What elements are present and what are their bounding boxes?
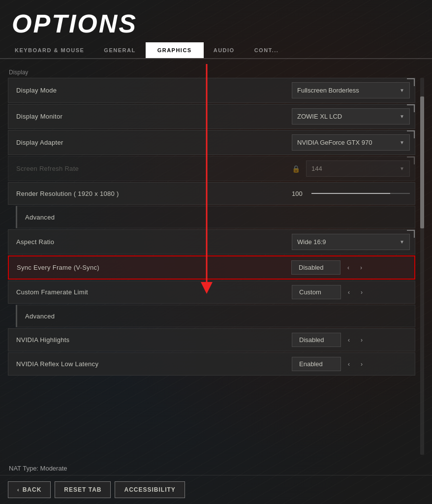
setting-name-render-resolution: Render Resolution ( 1920 x 1080 ) — [8, 184, 287, 203]
dropdown-display-monitor-value: ZOWIE XL LCD — [297, 113, 342, 120]
settings-list: Display Mode Fullscreen Borderless ▼ Dis… — [8, 78, 415, 455]
setting-value-nvidia-highlights: Disabled ‹ › — [287, 329, 415, 351]
dropdown-screen-refresh: 144 ▼ — [306, 160, 410, 177]
dropdown-screen-refresh-value: 144 — [311, 165, 322, 172]
reset-tab-button-label: Reset Tab — [64, 486, 101, 493]
options-page: OPTIONS KEYBOARD & MOUSE GENERAL GRAPHIC… — [0, 0, 432, 504]
dropdown-display-monitor[interactable]: ZOWIE XL LCD ▼ — [292, 108, 410, 125]
dropdown-display-mode[interactable]: Fullscreen Borderless ▼ — [292, 82, 410, 98]
bottom-bar: ‹ Back Reset Tab Accessibility — [0, 475, 432, 504]
corner-deco — [407, 78, 415, 86]
framerate-prev-button[interactable]: ‹ — [344, 287, 354, 297]
dropdown-display-adapter[interactable]: NVIDIA GeForce GTX 970 ▼ — [292, 134, 410, 151]
chevron-down-icon: ▼ — [400, 166, 404, 171]
setting-name-nvidia-reflex: NVIDIA Reflex Low Latency — [8, 354, 287, 374]
chevron-down-icon: ▼ — [400, 239, 404, 245]
setting-row-screen-refresh: Screen Refresh Rate 🔒 144 ▼ — [8, 156, 415, 181]
nvidia-highlights-chevron-control[interactable]: Disabled ‹ › — [292, 333, 367, 347]
vsync-value-box: Disabled — [291, 260, 340, 275]
setting-row-vsync[interactable]: Sync Every Frame (V-Sync) Disabled ‹ › — [8, 255, 415, 280]
setting-name-vsync: Sync Every Frame (V-Sync) — [9, 258, 286, 277]
dropdown-aspect-ratio[interactable]: Wide 16:9 ▼ — [292, 234, 410, 250]
back-button-label: Back — [23, 486, 42, 493]
nat-type-info: NAT Type: Moderate — [0, 460, 432, 475]
setting-row-display-adapter[interactable]: Display Adapter NVIDIA GeForce GTX 970 ▼ — [8, 130, 415, 155]
slider-render-resolution[interactable]: 100 — [292, 190, 410, 197]
setting-name-advanced-1: Advanced — [17, 208, 415, 227]
settings-panel: Display Display Mode Fullscreen Borderle… — [8, 69, 424, 455]
accessibility-button[interactable]: Accessibility — [115, 481, 185, 498]
framerate-next-button[interactable]: › — [357, 287, 367, 297]
tab-keyboard[interactable]: KEYBOARD & MOUSE — [5, 42, 94, 58]
setting-row-render-resolution[interactable]: Render Resolution ( 1920 x 1080 ) 100 — [8, 182, 415, 205]
setting-value-screen-refresh: 🔒 144 ▼ — [287, 157, 415, 181]
nav-tabs: KEYBOARD & MOUSE GENERAL GRAPHICS AUDIO … — [0, 42, 432, 59]
nvidia-highlights-value-box: Disabled — [292, 333, 341, 347]
tab-general[interactable]: GENERAL — [94, 42, 145, 58]
vsync-value: Disabled — [299, 264, 324, 271]
lock-icon: 🔒 — [292, 165, 300, 173]
setting-row-aspect-ratio[interactable]: Aspect Ratio Wide 16:9 ▼ — [8, 229, 415, 254]
nvidia-reflex-prev-button[interactable]: ‹ — [344, 359, 354, 369]
back-button[interactable]: ‹ Back — [8, 481, 51, 498]
accessibility-button-label: Accessibility — [124, 486, 175, 493]
setting-value-render-resolution: 100 — [287, 186, 415, 201]
chevron-down-icon: ▼ — [400, 140, 404, 145]
setting-name-nvidia-highlights: NVIDIA Highlights — [8, 330, 287, 349]
slider-track[interactable] — [311, 193, 410, 194]
setting-name-advanced-2: Advanced — [17, 307, 415, 326]
setting-name-display-mode: Display Mode — [8, 81, 287, 100]
setting-row-framerate-limit[interactable]: Custom Framerate Limit Custom ‹ › — [8, 281, 415, 304]
arrow-left-icon: ‹ — [17, 487, 20, 493]
framerate-value-box: Custom — [292, 285, 341, 299]
scrollbar-track[interactable] — [420, 78, 424, 455]
setting-row-advanced-1[interactable]: Advanced — [16, 206, 415, 228]
setting-name-screen-refresh: Screen Refresh Rate — [8, 159, 287, 178]
setting-value-display-adapter: NVIDIA GeForce GTX 970 ▼ — [287, 130, 415, 155]
corner-deco — [407, 230, 415, 238]
vsync-prev-button[interactable]: ‹ — [343, 263, 353, 273]
tab-cont[interactable]: CONT... — [245, 42, 289, 58]
setting-row-display-mode[interactable]: Display Mode Fullscreen Borderless ▼ — [8, 78, 415, 103]
setting-name-framerate-limit: Custom Framerate Limit — [8, 283, 287, 302]
nvidia-highlights-value: Disabled — [299, 336, 324, 344]
content-area: Display Display Mode Fullscreen Borderle… — [0, 59, 432, 460]
setting-value-display-monitor: ZOWIE XL LCD ▼ — [287, 104, 415, 128]
setting-row-display-monitor[interactable]: Display Monitor ZOWIE XL LCD ▼ — [8, 104, 415, 129]
vsync-chevron-control[interactable]: Disabled ‹ › — [291, 260, 366, 275]
dropdown-aspect-ratio-value: Wide 16:9 — [297, 238, 326, 246]
slider-fill — [311, 193, 390, 194]
dropdown-display-adapter-value: NVIDIA GeForce GTX 970 — [297, 139, 372, 146]
framerate-chevron-control[interactable]: Custom ‹ › — [292, 285, 367, 299]
setting-name-display-adapter: Display Adapter — [8, 133, 287, 152]
dropdown-display-mode-value: Fullscreen Borderless — [297, 87, 359, 94]
section-display-label: Display — [8, 69, 424, 76]
setting-row-advanced-2[interactable]: Advanced — [16, 305, 415, 327]
setting-name-display-monitor: Display Monitor — [8, 107, 287, 126]
nvidia-highlights-next-button[interactable]: › — [357, 335, 367, 345]
page-title: OPTIONS — [0, 0, 432, 42]
nvidia-reflex-value: Enabled — [299, 360, 323, 368]
tab-graphics[interactable]: GRAPHICS — [146, 42, 204, 58]
setting-value-framerate-limit: Custom ‹ › — [287, 281, 415, 303]
chevron-down-icon: ▼ — [400, 114, 404, 119]
corner-deco — [407, 130, 415, 138]
reset-tab-button[interactable]: Reset Tab — [55, 481, 111, 498]
scrollbar-thumb[interactable] — [420, 96, 424, 228]
vsync-next-button[interactable]: › — [356, 263, 366, 273]
setting-value-aspect-ratio: Wide 16:9 ▼ — [287, 230, 415, 254]
framerate-value: Custom — [299, 288, 321, 296]
corner-deco — [407, 157, 415, 164]
nvidia-reflex-chevron-control[interactable]: Enabled ‹ › — [292, 357, 367, 371]
setting-row-nvidia-reflex[interactable]: NVIDIA Reflex Low Latency Enabled ‹ › — [8, 352, 415, 376]
nvidia-reflex-value-box: Enabled — [292, 357, 341, 371]
chevron-down-icon: ▼ — [400, 88, 404, 93]
corner-deco — [407, 104, 415, 112]
nvidia-highlights-prev-button[interactable]: ‹ — [344, 335, 354, 345]
tab-audio[interactable]: AUDIO — [204, 42, 245, 58]
setting-name-aspect-ratio: Aspect Ratio — [8, 232, 287, 252]
setting-row-nvidia-highlights[interactable]: NVIDIA Highlights Disabled ‹ › — [8, 328, 415, 351]
setting-value-nvidia-reflex: Enabled ‹ › — [287, 353, 415, 375]
nvidia-reflex-next-button[interactable]: › — [357, 359, 367, 369]
slider-render-resolution-value: 100 — [292, 190, 307, 197]
